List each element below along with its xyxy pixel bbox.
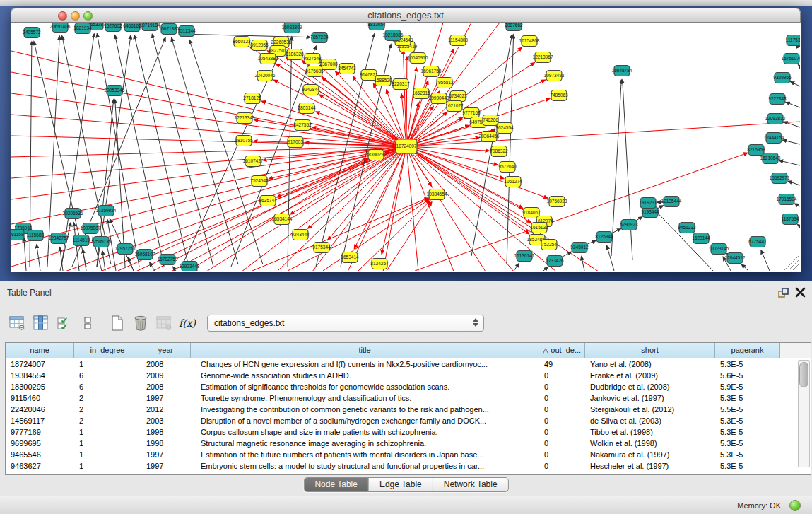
network-canvas-container: 1872400716628151999044867340231621022977… bbox=[11, 23, 800, 271]
cell-title: Changes of HCN gene expression and I(f) … bbox=[191, 358, 539, 370]
red-edge bbox=[406, 122, 800, 146]
graph-node-label: 16033809 bbox=[282, 25, 302, 30]
network-view-window[interactable]: citations_edges.txt 18724007166281519990… bbox=[11, 8, 801, 272]
row-checks-icon: ✔ ✔ bbox=[57, 315, 72, 332]
graph-node-label: 8454743 bbox=[338, 66, 356, 71]
minimize-window-icon[interactable] bbox=[71, 11, 80, 21]
cell-short: Wolkin et al. (1998) bbox=[585, 438, 715, 449]
graph-node-label: 1662815 bbox=[412, 90, 430, 95]
tab-node-table[interactable]: Node Table bbox=[304, 478, 369, 491]
graph-node-label: 12213343 bbox=[235, 115, 255, 120]
scrollbar-thumb[interactable] bbox=[799, 362, 808, 387]
memory-status-label: Memory: OK bbox=[737, 501, 781, 510]
graph-node-label: 1821934 bbox=[73, 25, 92, 30]
table-row[interactable]: 1456911722003Disruption of a novel membe… bbox=[6, 415, 796, 426]
tab-network-table[interactable]: Network Table bbox=[433, 478, 508, 491]
network-select-dropdown[interactable]: citations_edges.txt bbox=[207, 315, 484, 332]
graph-node-label: 20364456 bbox=[479, 134, 500, 139]
window-titlebar[interactable]: citations_edges.txt bbox=[11, 8, 801, 23]
cell-name: 9463627 bbox=[6, 460, 74, 472]
graph-node-label: 9827503 bbox=[269, 48, 287, 53]
table-row[interactable]: 1938455462009Genome-wide association stu… bbox=[6, 370, 796, 381]
function-builder-button[interactable]: f(x) bbox=[178, 317, 196, 329]
cell-out_de: 0 bbox=[539, 381, 585, 392]
table-vertical-scrollbar[interactable] bbox=[798, 360, 810, 467]
graph-node-label: 18300295 bbox=[366, 152, 387, 157]
cell-year: 1998 bbox=[141, 426, 191, 438]
network-canvas[interactable]: 1872400716628151999044867340231621022977… bbox=[11, 23, 800, 271]
graph-node-label: 9193444 bbox=[641, 209, 659, 214]
cell-out_de: 0 bbox=[539, 438, 585, 449]
select-rows-button[interactable]: ✔ ✔ bbox=[55, 314, 73, 332]
close-window-icon[interactable] bbox=[58, 11, 67, 21]
graph-node-label: 1115683 bbox=[27, 233, 45, 238]
table-row[interactable]: 969969511998Structural magnetic resonanc… bbox=[6, 438, 796, 449]
table-disabled-icon bbox=[155, 315, 172, 332]
graph-node-label: 19384554 bbox=[427, 192, 447, 197]
cell-name: 22420046 bbox=[6, 404, 74, 415]
new-table-button[interactable] bbox=[108, 314, 126, 332]
cell-year: 1997 bbox=[141, 392, 191, 404]
table-row[interactable]: 2242004622012Investigating the contribut… bbox=[6, 404, 796, 415]
column-header-short[interactable]: short bbox=[585, 343, 715, 358]
graph-node-label: 16958107 bbox=[135, 252, 155, 257]
window-resize-grip[interactable] bbox=[784, 255, 799, 270]
table-row[interactable]: 1872400712008Changes of HCN gene express… bbox=[6, 358, 796, 370]
column-header-in_degree[interactable]: in_degree bbox=[74, 343, 141, 358]
new-document-icon bbox=[110, 315, 125, 332]
graph-node-label: 9777169 bbox=[462, 110, 481, 115]
select-column-button[interactable] bbox=[32, 314, 50, 332]
cell-name: 14569117 bbox=[6, 415, 74, 426]
delete-table-button[interactable] bbox=[131, 314, 150, 332]
graph-node-label: 10719184 bbox=[140, 23, 160, 28]
table-header-row: namein_degreeyeartitle△ out_de...shortpa… bbox=[6, 343, 811, 358]
graph-node-label: 7857224 bbox=[310, 35, 329, 40]
black-edge bbox=[761, 250, 770, 271]
graph-node-label: 16154808 bbox=[519, 38, 540, 43]
table-row[interactable]: 977716911998Corpus callosum shape and si… bbox=[6, 426, 796, 438]
black-edge bbox=[783, 140, 800, 144]
graph-node-label: 8427552 bbox=[293, 122, 312, 127]
graph-node-label: 10023145 bbox=[709, 246, 729, 251]
graph-node-label: 3624554 bbox=[495, 125, 514, 130]
svg-text:⚙: ⚙ bbox=[18, 323, 25, 332]
float-panel-icon[interactable] bbox=[777, 287, 789, 299]
column-header-name[interactable]: name bbox=[6, 343, 74, 358]
memory-status-icon[interactable] bbox=[789, 500, 801, 511]
graph-node-label: 2803144 bbox=[298, 105, 316, 110]
table-row[interactable]: 1830029562008Estimation of significance … bbox=[6, 381, 796, 392]
column-header-pagerank[interactable]: pagerank bbox=[715, 343, 780, 358]
graph-node-label: 9245012 bbox=[570, 245, 589, 250]
cell-out_de: 0 bbox=[539, 392, 585, 404]
row-height-button[interactable] bbox=[78, 314, 97, 332]
column-header-title[interactable]: title bbox=[191, 343, 539, 358]
graph-node-label: 746266 bbox=[483, 117, 498, 122]
table-row[interactable]: 911546021997Tourette syndrome. Phenomeno… bbox=[6, 392, 796, 404]
table-panel-title: Table Panel bbox=[7, 288, 52, 298]
close-panel-icon[interactable] bbox=[795, 287, 806, 298]
red-edge bbox=[11, 93, 406, 146]
graph-node-label: 8125344 bbox=[595, 234, 613, 239]
tab-edge-table[interactable]: Edge Table bbox=[369, 478, 433, 491]
black-edge bbox=[623, 80, 632, 260]
cell-title: Estimation of significance thresholds fo… bbox=[191, 381, 539, 392]
graph-node-label: 12444154 bbox=[764, 135, 784, 140]
cell-pagerank: 5.9E-5 bbox=[715, 381, 780, 392]
resize-grip-line bbox=[789, 259, 799, 270]
column-header-out_de[interactable]: △ out_de... bbox=[539, 343, 585, 358]
table-row[interactable]: 946362711997Embryonic stem cells: a mode… bbox=[6, 460, 796, 472]
graph-node-label: 2405572 bbox=[23, 30, 41, 35]
graph-node-label: 16107427 bbox=[243, 158, 264, 163]
graph-node-label: 391159 bbox=[11, 232, 24, 237]
graph-node-label: 1623144 bbox=[692, 235, 710, 240]
cell-short: de Silva et al. (2003) bbox=[585, 415, 715, 426]
zoom-window-icon[interactable] bbox=[83, 11, 93, 21]
table-settings-button[interactable]: ⚙ bbox=[8, 314, 27, 332]
graph-node-label: 10973493 bbox=[544, 73, 565, 78]
graph-node-label: 12923448 bbox=[180, 264, 200, 269]
column-header-year[interactable]: year bbox=[141, 343, 191, 358]
cell-year: 2008 bbox=[141, 381, 191, 392]
svg-text:✔: ✔ bbox=[61, 322, 69, 332]
table-row[interactable]: 946554611997Estimation of the future num… bbox=[6, 449, 796, 460]
graph-node-label: 2367608 bbox=[319, 62, 338, 66]
